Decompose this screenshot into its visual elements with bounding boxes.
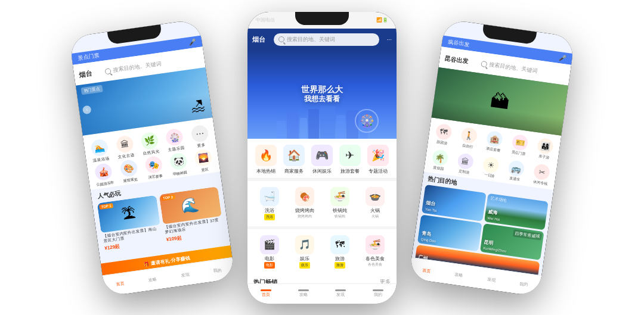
left-card-2[interactable]: 🌊 TOP 2 【烟台室内室外出发票】37度梦幻海场乐 ¥109起 [159,186,224,244]
service-bath[interactable]: 🛁 洗浴 洗浴 [252,185,286,223]
left-search-placeholder: 搜索目的地、关键词 [113,60,162,74]
center-service-grid-2: 🎬 电影 电影 🎵 娱乐 娱乐 🗺 旅游 旅游 🍜 各色美食 各 [247,229,397,275]
cat-zoo[interactable]: 🐼 动物神园 [169,152,188,177]
left-banner-badge: 热门景点 [80,85,103,95]
center-tab-discover[interactable]: 发现 [322,284,360,304]
cat-nature[interactable]: 🌿 自然风光 [140,131,160,157]
center-hero-banner: 🎡 世界那么大 我想去看看 [247,49,397,139]
center-service-grid-1: 🛁 洗浴 洗浴 🍖 烧烤烤肉 烧烤烤肉 🍜 铁锅炖 铁锅炖 🍲 火锅 [247,181,397,226]
tag-entertainment: 娱乐 [299,262,310,269]
service-entertainment[interactable]: 🎵 娱乐 娱乐 [287,233,321,271]
left-nav-home[interactable]: 首页 [116,280,125,288]
right-cat-hotel[interactable]: 🏨 酒店套餐 [485,130,503,153]
search-icon-right [481,60,487,67]
right-cat-self[interactable]: 🚶 自由行 [460,126,478,149]
center-tab-guide[interactable]: 攻略 [285,284,323,304]
cat-theme-park[interactable]: 🎡 主题乐园 [165,127,185,153]
center-location: 烟台 [252,35,265,44]
service-hotpot-iron[interactable]: 🍜 铁锅炖 铁锅炖 [323,185,357,223]
left-nav-discover[interactable]: 发现 [181,271,190,278]
center-location-header: 烟台 搜索目的地、关键词 ··· [247,29,397,49]
tag-movie: 电影 [264,262,275,269]
service-tourism[interactable]: 🗺 旅游 旅游 [323,233,357,271]
left-location: 烟台 [78,68,92,79]
right-cat-group[interactable]: 🗺 跟团游 [434,123,453,146]
scene: 景点门票 🎤 烟台 搜索目的地、关键词 ‹ 热门景点 🏖 [0,0,644,315]
center-cat-merchant[interactable]: 🏠 商家服务 [283,145,305,174]
service-hotpot[interactable]: 🍲 火锅 火锅 [358,185,392,223]
right-cat-daytrip[interactable]: ☀ 一日游 [481,156,500,179]
notch-center [295,12,349,25]
right-nav-discover[interactable]: 发现 [487,276,496,283]
dest-kunming-label: 昆明KunMing/Zhou [483,238,507,253]
right-cat-bus[interactable]: 🚌 直通车 [507,160,525,183]
carrier-label: 中国电信 [256,17,275,23]
center-bottom-tab: 首页 攻略 发现 我的 [247,283,397,304]
center-tab-home[interactable]: 首页 [247,284,285,304]
center-cat-special[interactable]: 🎉 专题活动 [367,145,389,174]
center-search-placeholder: 搜索目的地、关键词 [287,36,335,43]
center-tab-me[interactable]: 我的 [360,284,397,304]
center-more-dots[interactable]: ··· [387,36,392,43]
right-nav-me[interactable]: 我的 [519,280,528,288]
right-cat-resort[interactable]: 🌴 度假园 [431,149,449,172]
right-mic-icon: 🎤 [559,54,566,62]
left-nav-me[interactable]: 我的 [213,267,222,274]
cat-culture[interactable]: 🏛 文化古迹 [115,135,135,160]
left-card-1[interactable]: 🏝 TOP 1 【烟台室内室外出发票】南山景区大门票 ¥129起 [97,195,163,252]
top-badge-2: TOP 2 [161,194,175,201]
service-food[interactable]: 🍜 各色美食 各色美食 [358,233,392,271]
cat-museum[interactable]: 🎨 展馆展览 [119,158,139,184]
center-cat-local[interactable]: 🔥 本地热销 [255,145,277,174]
search-icon-center [278,36,284,42]
phone-left: 景点门票 🎤 烟台 搜索目的地、关键词 ‹ 热门景点 🏖 [69,18,235,296]
service-movie[interactable]: 🎬 电影 电影 [252,233,286,271]
center-cat-leisure[interactable]: 🎮 休闲娱乐 [311,145,333,174]
cat-hot-spring[interactable]: 🏊 温泉浴场 [90,138,110,164]
top-badge-1: TOP 1 [99,202,113,209]
right-nav-guide[interactable]: 攻略 [454,271,463,278]
right-cat-ticket[interactable]: 🎫 景点门票 [510,133,529,157]
dest-yantai-label: 烟台Yan Tai [425,199,438,213]
right-location: 昆谷出发 [444,54,469,65]
cat-park[interactable]: 🎪 公园游乐华 [94,162,114,188]
left-nav-guide[interactable]: 攻略 [148,276,157,283]
center-category-tabs: 🔥 本地热销 🏠 商家服务 🎮 休闲娱乐 ✈ 旅游套餐 🎉 专题活动 [247,139,397,179]
dest-weihai-label: 威海Wei Hai [487,208,501,222]
right-cat-leisure[interactable]: ✂ 休闲专线 [532,163,551,186]
search-icon-left [104,67,111,74]
right-search-placeholder: 搜索目的地、关键词 [489,60,538,74]
cat-scenic[interactable]: 🌄 景区 [194,148,213,174]
center-hero-text: 世界那么大 我想去看看 [301,85,343,103]
dest-qingdao-label: 青岛Qing Dao [420,229,437,243]
left-mic-icon: 🎤 [188,38,196,46]
cat-more[interactable]: ⋯ 更多 [190,124,210,149]
phone-center: 中国电信 📶🔋 烟台 搜索目的地、关键词 ··· [247,12,397,304]
center-cat-travel[interactable]: ✈ 旅游套餐 [339,145,361,174]
phone-right: 疯谷出发 🎤 昆谷出发 搜索目的地、关键词 🏔 🗺 [408,18,575,296]
center-search-bar[interactable]: 搜索目的地、关键词 [274,33,379,46]
cat-perform[interactable]: 🎭 演艺赛事 [144,155,164,180]
right-tab-label: 疯谷出发 [447,38,469,48]
left-tab-label: 景点门票 [78,51,100,62]
service-bbq[interactable]: 🍖 烧烤烤肉 烧烤烤肉 [287,185,321,223]
right-nav-home[interactable]: 首页 [422,267,431,274]
right-cat-family[interactable]: 👨‍👩‍👧 亲子游 [536,137,555,160]
tag-tourism: 旅游 [335,262,345,269]
right-cat-custom[interactable]: 🏛 定制游 [456,152,474,176]
tag-bath: 洗浴 [264,214,275,220]
